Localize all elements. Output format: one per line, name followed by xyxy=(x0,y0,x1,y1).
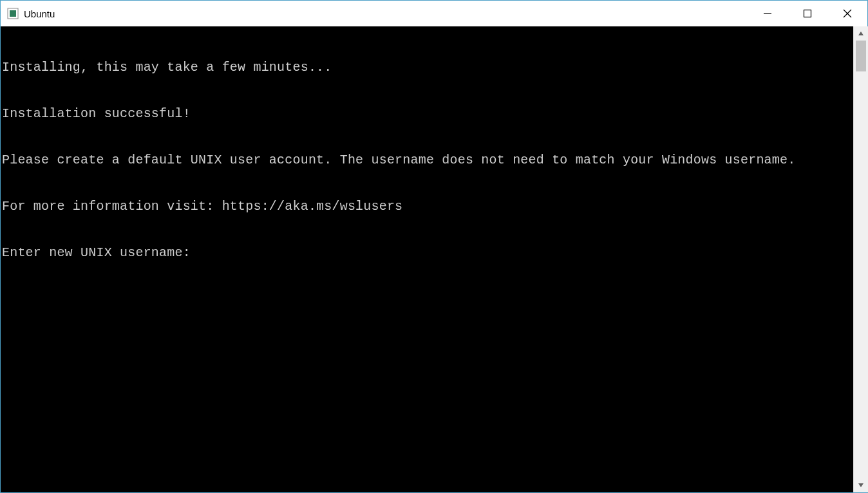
vertical-scrollbar[interactable] xyxy=(853,26,867,492)
window-controls xyxy=(748,1,867,26)
terminal-output[interactable]: Installing, this may take a few minutes.… xyxy=(1,26,853,492)
prompt-text: Enter new UNIX username: xyxy=(2,245,191,261)
scroll-thumb[interactable] xyxy=(856,41,866,71)
terminal-line: Please create a default UNIX user accoun… xyxy=(2,153,852,168)
minimize-button[interactable] xyxy=(748,1,788,26)
close-button[interactable] xyxy=(827,1,867,26)
svg-marker-6 xyxy=(858,32,863,35)
svg-rect-3 xyxy=(804,10,811,17)
svg-marker-7 xyxy=(858,483,863,487)
titlebar[interactable]: Ubuntu xyxy=(1,1,867,26)
terminal-line: Installation successful! xyxy=(2,106,852,122)
app-window: Ubuntu Installing, this may take a few m… xyxy=(0,0,868,493)
window-title: Ubuntu xyxy=(24,8,55,19)
scroll-up-arrow-icon[interactable] xyxy=(854,26,868,41)
prompt-line: Enter new UNIX username: xyxy=(2,245,852,261)
scroll-down-arrow-icon[interactable] xyxy=(854,478,868,492)
app-icon xyxy=(7,8,19,19)
maximize-button[interactable] xyxy=(788,1,827,26)
content-area: Installing, this may take a few minutes.… xyxy=(1,26,867,492)
username-input[interactable] xyxy=(198,245,456,260)
terminal-line: Installing, this may take a few minutes.… xyxy=(2,60,852,75)
scroll-track[interactable] xyxy=(854,41,868,478)
svg-rect-1 xyxy=(10,10,16,17)
terminal-line: For more information visit: https://aka.… xyxy=(2,199,852,214)
